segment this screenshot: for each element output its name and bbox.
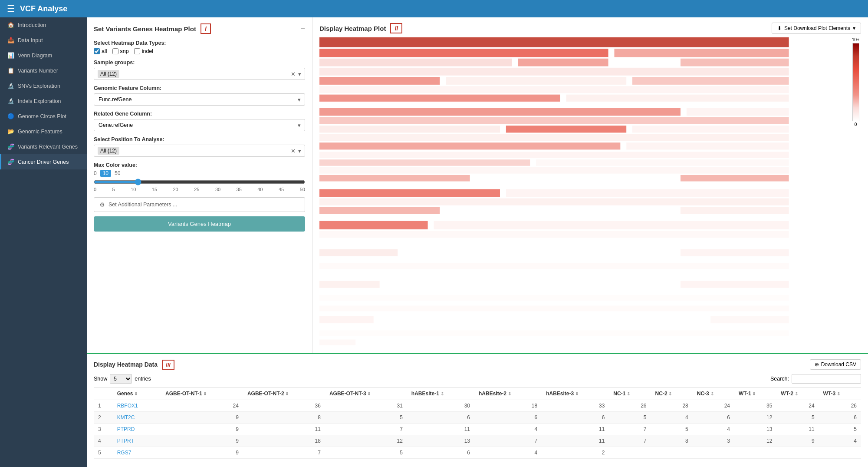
th-wt-1[interactable]: WT-1 [734,388,776,400]
svg-rect-10 [319,86,789,93]
sidebar-item-genome-circos-plot[interactable]: 🔵Genome Circos Plot [0,109,87,124]
gene-name[interactable]: KMT2C [113,412,161,424]
th-nc-1[interactable]: NC-1 [609,388,651,400]
position-select[interactable]: All (12) ✕ ▾ [94,145,305,157]
sidebar-item-label: Introduction [18,22,46,28]
th-wt-3[interactable]: WT-3 [819,388,861,400]
sidebar-item-variants-number[interactable]: 📋Variants Number [0,63,87,78]
sidebar-item-label: Variants Number [18,68,58,74]
gear-icon: ⚙ [99,201,105,208]
cell-value: 8 [651,435,693,447]
genome-circos-plot-icon: 🔵 [7,113,14,119]
cell-value: 13 [407,435,474,447]
checkbox-indel-input[interactable] [134,48,140,54]
th-num [94,388,113,400]
cell-value: 26 [819,400,861,412]
sidebar-item-data-input[interactable]: 📥Data Input [0,33,87,48]
th-genes[interactable]: Genes [113,388,161,400]
download-icon: ⬇ [777,25,782,31]
clear-icon[interactable]: ✕ [291,148,296,154]
bottom-badge: III [162,360,174,370]
table-row: 5RGS7975642 [94,447,861,459]
svg-rect-40 [681,281,789,288]
table-row: 3PTPRD91171141175413115 [94,424,861,435]
sidebar-item-label: Indels Exploration [18,98,61,104]
gene-name[interactable]: PTPRT [113,435,161,447]
svg-rect-20 [319,142,620,149]
th-agbe-ot-nt-3[interactable]: AGBE-OT-NT-3 [325,388,407,400]
svg-rect-11 [319,95,560,102]
indels-exploration-icon: 🔬 [7,98,14,104]
cell-value: 24 [693,400,734,412]
sample-groups-actions[interactable]: ✕ ▾ [291,71,301,77]
sidebar-item-label: SNVs Exploration [18,83,60,89]
panel-title: Set Variants Genes Heatmap Plot [94,25,196,33]
slider-value-badge: 10 [100,170,111,177]
cell-value [609,447,651,459]
download-csv-button[interactable]: ⊕ Download CSV [810,359,861,370]
gene-name[interactable]: PTPRD [113,424,161,435]
svg-rect-3 [319,59,512,66]
th-habesite-2[interactable]: hABEsite-2 [474,388,542,400]
cell-value: 5 [776,412,819,424]
th-agbe-ot-nt-1[interactable]: AGBE-OT-NT-1 [161,388,243,400]
sidebar-item-snvs-exploration[interactable]: 🔬SNVs Exploration [0,78,87,93]
checkbox-indel[interactable]: indel [134,48,153,54]
cell-value: 5 [609,412,651,424]
checkbox-all[interactable]: all [94,48,107,54]
svg-rect-1 [319,49,608,57]
heatmap-badge: II [390,23,402,33]
set-download-plot-elements-button[interactable]: ⬇ Set Download Plot Elements ▾ [772,23,861,34]
th-habesite-3[interactable]: hABEsite-3 [542,388,609,400]
sidebar-item-variants-relevant-genes[interactable]: 🧬Variants Relevant Genes [0,139,87,154]
sample-groups-group: Sample groups: All (12) ✕ ▾ [94,60,305,80]
search-input[interactable] [792,374,861,384]
th-nc-3[interactable]: NC-3 [693,388,734,400]
genomic-feature-select[interactable]: Func.refGene [94,93,305,106]
th-wt-2[interactable]: WT-2 [776,388,819,400]
table-body: 1RBFOX12436313018332628243524262KMT2C985… [94,400,861,459]
chevron-down-icon[interactable]: ▾ [298,71,301,77]
gene-name[interactable]: RGS7 [113,447,161,459]
sample-groups-select[interactable]: All (12) ✕ ▾ [94,68,305,80]
svg-rect-15 [319,117,789,124]
position-actions[interactable]: ✕ ▾ [291,148,301,154]
sidebar-item-venn-diagram[interactable]: 📊Venn Diagram [0,48,87,63]
cell-value: 4 [819,435,861,447]
position-tag: All (12) [98,147,119,155]
row-num: 4 [94,435,113,447]
svg-rect-28 [319,189,500,197]
sidebar-item-introduction[interactable]: 🏠Introduction [0,17,87,33]
legend-max-label: 10+ [852,37,859,42]
row-num: 3 [94,424,113,435]
sidebar-item-indels-exploration[interactable]: 🔬Indels Exploration [0,93,87,109]
additional-params-section[interactable]: ⚙ Set Additional Parameters ... [94,197,305,212]
cell-value [776,447,819,459]
th-agbe-ot-nt-2[interactable]: AGBE-OT-NT-2 [243,388,325,400]
left-panel: Set Variants Genes Heatmap Plot I − Sele… [87,17,312,353]
clear-icon[interactable]: ✕ [291,71,296,77]
panel-minus-button[interactable]: − [300,24,305,33]
sidebar-item-genomic-features[interactable]: 📂Genomic Features [0,124,87,139]
max-color-slider[interactable] [94,179,305,185]
sidebar-item-label: Genomic Features [18,129,62,135]
entries-select[interactable]: 5 10 25 50 100 [110,374,132,384]
run-heatmap-button[interactable]: Variants Genes Heatmap [94,216,305,232]
svg-rect-9 [632,77,789,85]
sidebar-item-cancer-driver-genes[interactable]: 🧬Cancer Driver Genes [0,154,87,169]
checkbox-snp-input[interactable] [112,48,118,54]
heatmap-data-types-label: Select Heatmap Data Types: [94,40,305,46]
chevron-down-icon[interactable]: ▾ [298,148,301,154]
bottom-title: Display Heatmap Data [94,361,158,368]
row-num: 2 [94,412,113,424]
related-gene-select[interactable]: Gene.refGene [94,119,305,131]
gene-name[interactable]: RBFOX1 [113,400,161,412]
checkbox-all-input[interactable] [94,48,100,54]
legend-zero-label: 0 [855,122,857,127]
hamburger-icon[interactable]: ☰ [7,3,15,14]
th-habesite-1[interactable]: hABEsite-1 [407,388,474,400]
cell-value: 33 [542,400,609,412]
th-nc-2[interactable]: NC-2 [651,388,693,400]
cell-value: 6 [474,412,542,424]
checkbox-snp[interactable]: snp [112,48,129,54]
